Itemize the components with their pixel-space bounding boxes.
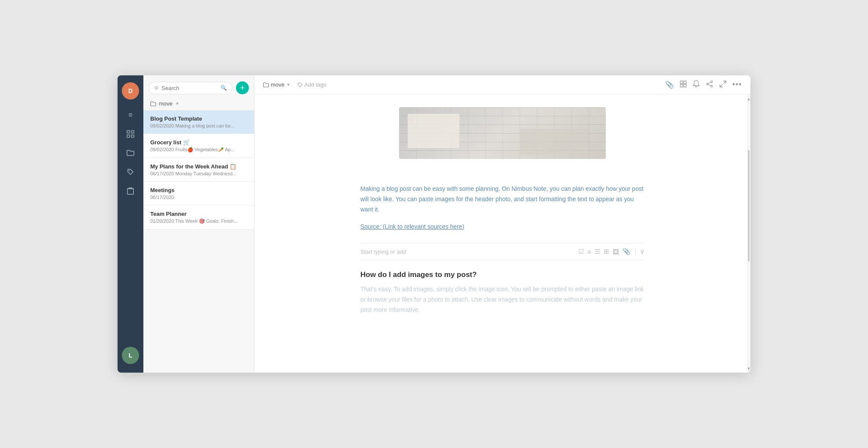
breadcrumb-chevron-icon: ▼ (286, 82, 291, 87)
user-avatar-bottom[interactable]: L (122, 347, 139, 364)
breadcrumb-folder-name: move (271, 81, 285, 88)
svg-point-12 (711, 81, 713, 83)
main-toolbar: move ▼ Add tags 📎 (254, 75, 750, 94)
editor-input-row[interactable]: Start typing or add ☑ ≡ ☰ ⊞ 🖼 📎 ∨ (360, 243, 645, 260)
toolbar-left: move ▼ Add tags (263, 80, 661, 90)
svg-line-15 (708, 82, 711, 84)
editor-area[interactable]: Making a blog post can be easy with some… (254, 94, 750, 373)
search-bar[interactable]: ⚙ 🔍 (149, 82, 232, 94)
grid-view-icon[interactable] (680, 81, 687, 89)
app-window: D ≡ (118, 75, 750, 373)
tag-icon[interactable] (122, 163, 139, 180)
trash-icon[interactable] (122, 182, 139, 199)
svg-rect-10 (680, 84, 683, 87)
svg-rect-0 (127, 131, 130, 133)
grid-icon[interactable] (122, 125, 139, 143)
svg-rect-9 (684, 81, 686, 84)
checklist-icon[interactable]: ☑ (578, 248, 584, 255)
notes-header: ⚙ 🔍 + (143, 75, 254, 98)
editor-paragraph: Making a blog post can be easy with some… (360, 184, 645, 215)
scroll-down-arrow[interactable]: ▼ (747, 364, 750, 373)
table-icon[interactable]: ⊞ (604, 248, 609, 255)
note-item-blog-post[interactable]: Blog Post Template 09/02/2020 Making a b… (143, 110, 254, 134)
main-content: move ▼ Add tags 📎 (254, 75, 750, 373)
note-title: My Plans for the Week Ahead 📋 (150, 163, 247, 170)
svg-rect-8 (680, 81, 683, 84)
folder-label[interactable]: move ▼ (143, 98, 254, 110)
note-meta: 09/02/2020 Making a blog post can be... (150, 123, 247, 128)
note-meta: 06/17/2020 Monday Tuesday Wednesd... (150, 171, 247, 176)
note-title: Meetings (150, 187, 247, 193)
more-icon[interactable]: ∨ (640, 248, 645, 255)
svg-rect-5 (127, 189, 133, 194)
note-item-grocery-list[interactable]: Grocery list 🛒 09/02/2020 Fruits🍎 Vegeta… (143, 134, 254, 158)
sidebar-icons: D ≡ (118, 75, 143, 373)
note-item-meetings[interactable]: Meetings 06/17/2020 (143, 182, 254, 205)
note-item-team-planner[interactable]: Team Planner 01/20/2020 This Week 🎯 Goal… (143, 205, 254, 230)
attachment-icon[interactable]: 📎 (623, 248, 631, 255)
image-icon[interactable]: 🖼 (613, 248, 619, 255)
chevron-down-icon: ▼ (175, 101, 180, 106)
note-meta: 01/20/2020 This Week 🎯 Goals: Finish... (150, 218, 247, 224)
scrollbar-track[interactable]: ▲ ▼ (747, 94, 750, 373)
editor-placeholder[interactable]: Start typing or add (360, 249, 575, 255)
share-icon[interactable] (706, 81, 713, 89)
note-title: Grocery list 🛒 (150, 139, 247, 146)
note-title: Blog Post Template (150, 115, 247, 122)
add-tags-button[interactable]: Add tags (294, 80, 330, 90)
scroll-up-arrow[interactable]: ▲ (747, 94, 750, 103)
svg-point-13 (711, 85, 713, 87)
notes-panel: ⚙ 🔍 + move ▼ Blog Post Template 09/02/20… (143, 75, 254, 373)
editor-heading: How do I add images to my post? (360, 271, 645, 279)
ordered-list-icon[interactable]: ≡ (587, 248, 591, 255)
svg-point-14 (707, 83, 708, 85)
notes-list: Blog Post Template 09/02/2020 Making a b… (143, 110, 254, 373)
note-meta: 06/17/2020 (150, 195, 247, 200)
editor-header-image (399, 107, 606, 159)
note-item-my-plans[interactable]: My Plans for the Week Ahead 📋 06/17/2020… (143, 158, 254, 182)
svg-line-17 (723, 81, 726, 84)
svg-rect-11 (684, 84, 686, 87)
note-title: Team Planner (150, 211, 247, 217)
toolbar-right: 📎 (665, 80, 742, 90)
attach-icon[interactable]: 📎 (665, 81, 674, 89)
bell-icon[interactable] (693, 80, 700, 90)
svg-rect-2 (127, 135, 130, 137)
editor-body: Making a blog post can be easy with some… (360, 184, 645, 315)
user-avatar-top[interactable]: D (122, 82, 139, 100)
note-meta: 09/02/2020 Fruits🍎 Vegetables🥕 Ap... (150, 147, 247, 152)
folder-name-label: move (159, 100, 173, 107)
menu-icon[interactable]: ≡ (122, 106, 139, 124)
add-note-button[interactable]: + (236, 81, 249, 94)
more-options-icon[interactable]: ••• (732, 80, 742, 89)
filter-icon: ⚙ (154, 85, 159, 91)
expand-icon[interactable] (719, 81, 726, 89)
svg-line-16 (708, 84, 711, 86)
svg-point-7 (298, 83, 299, 84)
editor-subtext: That's easy. To add images, simply click… (360, 284, 645, 315)
scrollbar-thumb[interactable] (748, 150, 750, 261)
search-input[interactable] (161, 85, 218, 91)
svg-rect-3 (131, 135, 134, 137)
bullet-list-icon[interactable]: ☰ (595, 248, 600, 255)
breadcrumb-folder[interactable]: move ▼ (263, 81, 291, 88)
search-icon: 🔍 (220, 85, 227, 91)
editor-toolbar-icons: ☑ ≡ ☰ ⊞ 🖼 📎 ∨ (578, 248, 645, 255)
add-tags-label: Add tags (304, 81, 326, 88)
folder-icon[interactable] (122, 144, 139, 162)
svg-rect-1 (131, 131, 134, 133)
svg-line-18 (720, 84, 722, 87)
toolbar-divider (635, 248, 636, 255)
editor-source-link[interactable]: Source: (Link to relevant sources here) (360, 223, 645, 230)
svg-point-4 (129, 170, 130, 171)
